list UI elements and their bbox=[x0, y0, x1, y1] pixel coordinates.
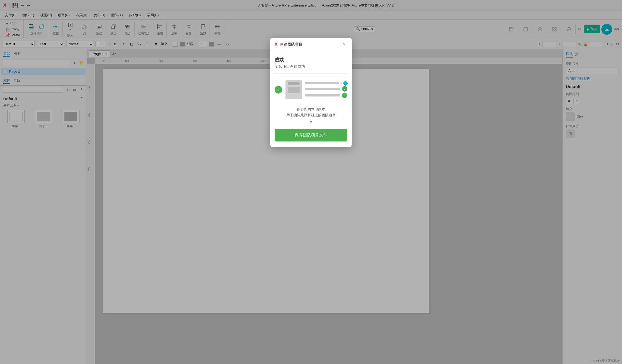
modal-overlay[interactable]: X 创建团队项目 × 成功 团队项目创建成功 ✓ ▾ bbox=[0, 0, 622, 364]
modal-close-button[interactable]: × bbox=[341, 41, 347, 48]
modal-logo: X bbox=[275, 42, 278, 47]
illus-check2-icon: ✓ bbox=[342, 86, 347, 92]
modal-body: 成功 团队项目创建成功 ✓ ▾ ✓ bbox=[270, 51, 352, 147]
illus-bar-1 bbox=[305, 82, 339, 84]
modal-title-row: X 创建团队项目 bbox=[275, 42, 303, 47]
illus-right-side: ▾ ✓ ✓ bbox=[305, 81, 347, 98]
illus-bar-2 bbox=[305, 88, 340, 90]
illus-row-2: ✓ bbox=[305, 86, 347, 92]
illus-dropdown-icon: ▾ bbox=[340, 81, 342, 85]
modal-header: X 创建团队项目 × bbox=[270, 38, 352, 51]
illus-check-icon: ✓ bbox=[275, 86, 282, 94]
modal-hint: 保存您的本地副本 用于编辑此计算机上的团队项目 bbox=[275, 107, 347, 118]
modal-save-button[interactable]: 保存团队项目文件 bbox=[275, 129, 347, 141]
illus-row-3: ✓ bbox=[305, 93, 347, 98]
illus-document bbox=[285, 80, 302, 99]
modal-dialog: X 创建团队项目 × 成功 团队项目创建成功 ✓ ▾ bbox=[270, 38, 352, 147]
modal-title: 创建团队项目 bbox=[280, 42, 303, 47]
illus-check3-icon: ✓ bbox=[342, 93, 347, 98]
modal-arrow-icon: ▾ bbox=[275, 119, 347, 124]
illus-row-1: ▾ bbox=[305, 81, 347, 85]
modal-illustration: ✓ ▾ ✓ bbox=[275, 78, 347, 101]
modal-divider bbox=[275, 73, 347, 74]
illus-diamond-icon bbox=[343, 80, 348, 86]
modal-success-desc: 团队项目创建成功 bbox=[275, 64, 347, 69]
illus-bar-3 bbox=[305, 94, 340, 96]
modal-success-title: 成功 bbox=[275, 57, 347, 63]
